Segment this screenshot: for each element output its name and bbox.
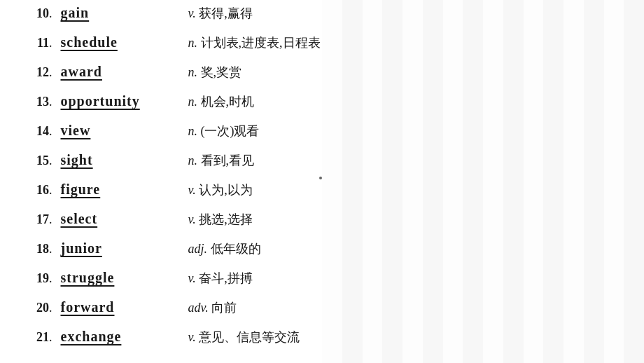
word-english: exchange	[55, 329, 181, 345]
word-dot: .	[49, 183, 52, 198]
word-english: schedule	[55, 34, 181, 50]
word-row: 15.sightn. 看到,看见	[0, 147, 644, 177]
word-number: 11	[21, 36, 49, 50]
word-row: 19.strugglev. 奋斗,拼搏	[0, 265, 644, 294]
word-chinese: n. 计划表,进度表,日程表	[181, 34, 321, 51]
word-english: opportunity	[55, 93, 181, 109]
word-chinese: n. 奖,奖赏	[181, 64, 242, 81]
word-pos: n.	[188, 153, 201, 167]
word-dot: .	[49, 65, 52, 80]
word-number: 21	[21, 330, 49, 345]
word-english: junior	[55, 240, 181, 256]
word-row: 17.selectv. 挑选,选择	[0, 206, 644, 235]
word-english: sight	[55, 152, 181, 168]
word-chinese: v. 奋斗,拼搏	[181, 270, 253, 287]
word-pos: v.	[188, 6, 200, 20]
word-chinese: v. 认为,以为	[181, 182, 253, 198]
word-row: 16.figurev. 认为,以为	[0, 177, 644, 206]
word-dot: .	[49, 153, 52, 168]
word-number: 20	[21, 301, 49, 315]
word-pos: v.	[188, 212, 200, 226]
word-english: select	[55, 211, 181, 227]
word-row: 21.exchangev. 意见、信息等交流	[0, 324, 644, 353]
word-chinese: v. 挑选,选择	[181, 211, 253, 228]
word-english: figure	[55, 182, 181, 198]
word-list: 10.gainv. 获得,赢得11.schedulen. 计划表,进度表,日程表…	[0, 0, 644, 353]
word-dot: .	[49, 124, 52, 139]
word-pos: n.	[188, 124, 201, 138]
word-row: 13.opportunityn. 机会,时机	[0, 88, 644, 118]
word-pos: n.	[188, 95, 201, 109]
word-chinese: n. (一次)观看	[181, 123, 260, 139]
word-number: 12	[21, 65, 49, 80]
word-number: 15	[21, 153, 49, 168]
word-row: 11.schedulen. 计划表,进度表,日程表	[0, 29, 644, 59]
word-english: forward	[55, 299, 181, 315]
word-english: gain	[55, 5, 181, 21]
word-number: 17	[21, 212, 49, 227]
word-pos: n.	[188, 65, 201, 79]
word-row: 18.junioradj. 低年级的	[0, 235, 644, 265]
word-number: 19	[21, 271, 49, 286]
word-english: award	[55, 64, 181, 80]
word-dot: .	[49, 212, 52, 227]
word-row: 12.awardn. 奖,奖赏	[0, 59, 644, 88]
word-dot: .	[49, 271, 52, 286]
word-number: 18	[21, 242, 49, 256]
word-number: 16	[21, 183, 49, 198]
word-dot: .	[49, 242, 52, 256]
word-pos: v.	[188, 183, 200, 197]
word-row: 20.forwardadv. 向前	[0, 294, 644, 324]
page-container: 10.gainv. 获得,赢得11.schedulen. 计划表,进度表,日程表…	[0, 0, 644, 363]
word-dot: .	[49, 36, 52, 50]
word-pos: v.	[188, 271, 200, 285]
word-pos: adv.	[188, 301, 212, 315]
word-english: view	[55, 123, 181, 139]
word-row: 10.gainv. 获得,赢得	[0, 0, 644, 29]
word-chinese: v. 获得,赢得	[181, 5, 253, 22]
word-pos: v.	[188, 330, 200, 344]
word-dot: .	[49, 95, 52, 109]
word-row: 14.viewn. (一次)观看	[0, 118, 644, 147]
word-dot: .	[49, 330, 52, 345]
cursor-dot	[319, 177, 322, 179]
word-chinese: v. 意见、信息等交流	[181, 329, 300, 345]
word-dot: .	[49, 301, 52, 315]
word-number: 13	[21, 95, 49, 109]
word-number: 10	[21, 6, 49, 21]
word-number: 14	[21, 124, 49, 139]
word-pos: n.	[188, 36, 201, 50]
word-chinese: adv. 向前	[181, 299, 237, 316]
word-chinese: n. 机会,时机	[181, 93, 255, 110]
word-pos: adj.	[188, 242, 211, 256]
word-english: struggle	[55, 270, 181, 286]
word-dot: .	[49, 6, 52, 21]
word-chinese: adj. 低年级的	[181, 240, 261, 257]
word-chinese: n. 看到,看见	[181, 152, 255, 169]
